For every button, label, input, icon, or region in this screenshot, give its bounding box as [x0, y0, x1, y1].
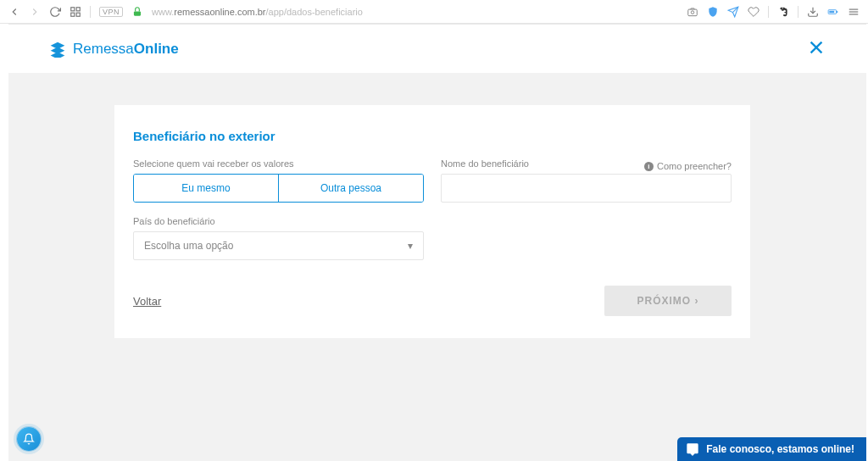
svg-rect-0	[71, 7, 75, 10]
menu-icon[interactable]	[848, 6, 860, 18]
shield-icon[interactable]	[707, 6, 719, 18]
camera-icon[interactable]	[687, 6, 698, 18]
next-button[interactable]: PRÓXIMO ›	[604, 286, 732, 316]
svg-rect-4	[134, 11, 141, 15]
back-link[interactable]: Voltar	[133, 295, 161, 308]
info-icon: i	[644, 162, 654, 171]
chat-widget-button[interactable]: Fale conosco, estamos online!	[677, 437, 866, 461]
lock-icon	[131, 6, 143, 18]
separator	[768, 6, 769, 18]
download-icon[interactable]	[807, 6, 819, 18]
app-logo[interactable]: RemessaOnline	[49, 41, 179, 58]
country-select[interactable]: Escolha uma opção ▾	[133, 231, 424, 260]
close-button[interactable]	[807, 38, 826, 60]
svg-rect-9	[829, 10, 834, 12]
notification-bell-button[interactable]	[17, 427, 41, 451]
chat-icon	[686, 442, 699, 456]
who-receives-label: Selecione quem vai receber os valores	[133, 158, 424, 169]
forward-icon[interactable]	[29, 6, 41, 18]
chat-label: Fale conosco, estamos online!	[706, 443, 854, 455]
option-other-button[interactable]: Outra pessoa	[278, 175, 423, 202]
svg-point-6	[691, 10, 694, 13]
evernote-icon[interactable]	[777, 6, 789, 18]
tiles-icon[interactable]	[70, 6, 81, 18]
beneficiary-name-label: Nome do beneficiário	[441, 158, 529, 169]
chevron-down-icon: ▾	[408, 240, 413, 252]
reload-icon[interactable]	[49, 6, 61, 18]
svg-rect-3	[76, 13, 80, 16]
option-self-button[interactable]: Eu mesmo	[134, 175, 278, 202]
back-icon[interactable]	[8, 6, 20, 18]
separator	[90, 6, 91, 18]
beneficiary-name-input[interactable]	[441, 174, 732, 203]
logo-text: RemessaOnline	[73, 41, 179, 58]
send-icon[interactable]	[727, 6, 739, 18]
country-label: País do beneficiário	[133, 216, 424, 226]
page-background: RemessaOnline Beneficiário no exterior S…	[8, 24, 866, 461]
url-display[interactable]: www.remessaonline.com.br/app/dados-benef…	[152, 7, 363, 17]
card-title: Beneficiário no exterior	[133, 129, 732, 143]
svg-rect-10	[837, 10, 837, 12]
battery-icon[interactable]	[827, 6, 839, 18]
svg-rect-5	[688, 9, 698, 16]
separator	[798, 6, 798, 18]
help-link[interactable]: i Como preencher?	[644, 161, 732, 171]
browser-toolbar: VPN www.remessaonline.com.br/app/dados-b…	[0, 0, 868, 24]
form-card: Beneficiário no exterior Selecione quem …	[114, 105, 750, 338]
svg-rect-1	[76, 7, 80, 10]
svg-rect-2	[71, 13, 75, 16]
app-header: RemessaOnline	[8, 25, 866, 73]
recipient-segmented-control: Eu mesmo Outra pessoa	[133, 174, 424, 203]
heart-icon[interactable]	[748, 6, 760, 18]
vpn-badge[interactable]: VPN	[99, 7, 123, 17]
country-placeholder: Escolha uma opção	[144, 240, 233, 252]
logo-mark-icon	[49, 41, 66, 58]
